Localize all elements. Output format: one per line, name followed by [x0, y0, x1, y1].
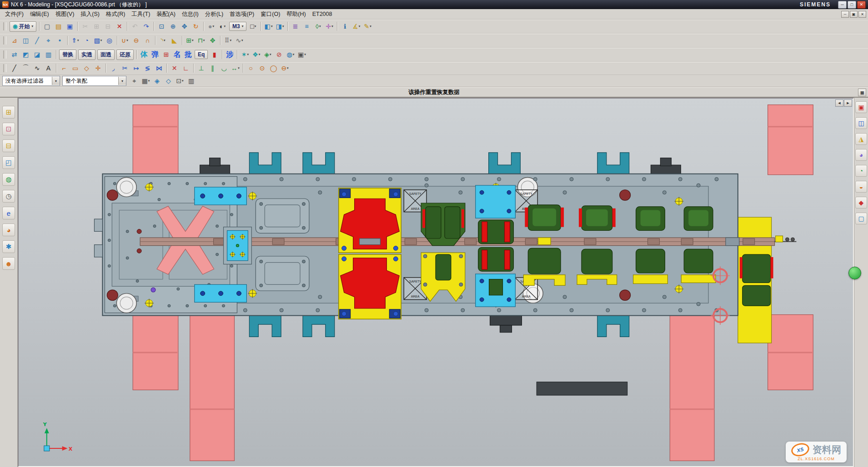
solid-translucent-button[interactable]: 实透 — [78, 50, 95, 60]
start-menu-button[interactable]: ◉开始▾ — [10, 21, 36, 32]
menu-item-1[interactable]: 编辑(E) — [27, 10, 52, 18]
spring-tool-button[interactable]: 弹 — [150, 50, 160, 60]
system-materials-icon[interactable]: ◕ — [2, 224, 15, 236]
corner-icon[interactable]: ∟ — [181, 63, 191, 74]
profile-icon[interactable]: ⌐ — [59, 63, 69, 74]
subtract-icon[interactable]: ⊖ — [131, 35, 141, 46]
new-file-icon[interactable]: ▢ — [42, 21, 52, 32]
toolbar-grip[interactable] — [3, 64, 6, 72]
display-window-icon[interactable]: ▢ — [855, 213, 867, 224]
eq-tool-button[interactable]: Eq — [195, 50, 208, 59]
solid-display-icon[interactable]: ◩ — [20, 50, 31, 60]
batch-tool-button[interactable]: 批 — [183, 50, 193, 60]
selection-filter-dropdown[interactable]: 没有选择过滤器 ▾ — [2, 76, 60, 86]
pan-icon[interactable]: ✥ — [179, 21, 190, 32]
view-cube-icon[interactable]: ▣ — [855, 101, 867, 113]
dimension-icon[interactable]: ↔▾ — [230, 63, 241, 74]
rotate-view-icon[interactable]: ↻ — [191, 21, 201, 32]
save-icon[interactable]: ▣ — [65, 21, 75, 32]
circle-icon[interactable]: ○ — [246, 63, 256, 74]
parallel-constraint-icon[interactable]: ∥ — [207, 63, 218, 74]
menu-item-6[interactable]: 装配(A) — [153, 10, 179, 18]
add-component-icon[interactable]: ⊞▾ — [185, 35, 195, 46]
replace-button[interactable]: 替换 — [59, 50, 76, 60]
undo-icon[interactable]: ↶ — [130, 21, 140, 32]
reuse-library-icon[interactable]: ◰ — [2, 156, 15, 169]
point-icon[interactable]: • — [55, 35, 65, 46]
measure-icon[interactable]: ∡▾ — [351, 21, 361, 32]
graphics-window[interactable]: SAFETYAREASAFETYAREASAFETYAREASAFETYAREA… — [18, 98, 854, 467]
datum-axis-icon[interactable]: ╱ — [32, 35, 42, 46]
chamfer-icon[interactable]: ◣ — [169, 35, 180, 46]
child-minimize-button[interactable]: ─ — [841, 11, 849, 18]
interference-check-button[interactable]: 涉 — [225, 50, 235, 60]
menu-item-5[interactable]: 工具(T) — [128, 10, 153, 18]
highlight-filter-icon[interactable]: ⊡▾ — [175, 76, 185, 86]
analysis-mesh-icon[interactable]: ◍▾ — [285, 50, 296, 60]
perpendicular-constraint-icon[interactable]: ⊥ — [196, 63, 206, 74]
minimize-button[interactable]: ─ — [838, 1, 847, 9]
child-close-button[interactable]: ✕ — [858, 11, 866, 18]
wcs-orient-icon[interactable]: ✛▾ — [324, 21, 335, 32]
tool-palette-icon[interactable]: ◒ — [855, 181, 867, 193]
view-preset-button[interactable]: M3▾ — [229, 22, 246, 31]
block-icon[interactable]: ▧▾ — [93, 35, 103, 46]
cut-icon[interactable]: ✂ — [80, 21, 90, 32]
shaded-view-icon[interactable]: ●▾ — [206, 21, 216, 32]
hd3d-tools-icon[interactable]: ◍ — [2, 173, 15, 186]
layer-settings-icon[interactable]: ≣ — [290, 21, 301, 32]
sketch-icon[interactable]: ⊿ — [9, 35, 20, 46]
paste-icon[interactable]: ⊟ — [103, 21, 113, 32]
text-curve-icon[interactable]: A — [43, 63, 54, 74]
move-component-icon[interactable]: ✥ — [207, 35, 218, 46]
quick-trim-icon[interactable]: ✕ — [169, 63, 180, 74]
edit-object-display-icon[interactable]: ◨▾ — [275, 21, 285, 32]
orient-view-icon[interactable]: ◮ — [855, 133, 867, 145]
quick-pick-icon[interactable]: ▥ — [186, 76, 196, 86]
extrude-icon[interactable]: ⇑▾ — [70, 35, 80, 46]
window-layout-icon[interactable]: ◫ — [855, 117, 867, 129]
history-icon[interactable]: ◷ — [2, 190, 15, 203]
toolbar-grip[interactable] — [3, 36, 6, 45]
menu-item-11[interactable]: 帮助(H) — [283, 10, 309, 18]
spline-icon[interactable]: ∿ — [32, 63, 42, 74]
assembly-navigator-icon[interactable]: ⊞ — [2, 106, 15, 119]
ellipse-icon[interactable]: ◯ — [268, 63, 279, 74]
visualization-icon[interactable]: ◔ — [855, 165, 867, 177]
wave-geometry-icon[interactable]: ∿▾ — [234, 35, 245, 46]
name-tool-button[interactable]: 名 — [172, 50, 182, 60]
toolbar-grip[interactable] — [3, 50, 6, 59]
scroll-right-button[interactable]: ▶ — [844, 99, 852, 107]
polygon-icon[interactable]: ◇ — [81, 63, 92, 74]
datum-csys-icon[interactable]: ⌖ — [43, 35, 54, 46]
floating-green-badge[interactable] — [848, 267, 861, 279]
menu-item-12[interactable]: ET2008 — [309, 10, 336, 18]
intersect-icon[interactable]: ∩ — [142, 35, 153, 46]
pattern-component-icon[interactable]: ⠿▾ — [223, 35, 233, 46]
sequence-icon[interactable]: ❖▾ — [251, 50, 261, 60]
edge-blend-icon[interactable]: ◝▾ — [158, 35, 168, 46]
part-navigator-icon[interactable]: ⊟ — [2, 139, 15, 152]
grid-tool-icon[interactable]: ⊞ — [161, 50, 171, 60]
maximize-button[interactable]: □ — [848, 1, 856, 9]
restore-button[interactable]: 还原 — [116, 50, 134, 60]
constraint-navigator-icon[interactable]: ⊡ — [2, 123, 15, 135]
face-display-icon[interactable]: ◪ — [32, 50, 42, 60]
info-icon[interactable]: ℹ — [340, 21, 350, 32]
datum-plane-icon[interactable]: ◫ — [20, 35, 31, 46]
menu-item-8[interactable]: 分析(L) — [202, 10, 226, 18]
process-studio-icon[interactable]: ✱ — [2, 240, 15, 253]
trim-curve-icon[interactable]: ✂ — [120, 63, 130, 74]
assembly-constraints-icon[interactable]: ⊓▾ — [196, 35, 206, 46]
selection-scope-dropdown[interactable]: 整个装配 ▾ — [62, 76, 126, 86]
menu-item-4[interactable]: 格式(R) — [103, 10, 128, 18]
extend-curve-icon[interactable]: ↦ — [131, 63, 141, 74]
toolbar-grip[interactable] — [3, 22, 6, 30]
section-clip-icon[interactable]: ⊘ — [274, 50, 284, 60]
render-style-icon[interactable]: ◕ — [855, 149, 867, 161]
copy-icon[interactable]: ⊞ — [91, 21, 102, 32]
snap-point-icon[interactable]: ⌖ — [129, 76, 140, 86]
prompt-grid-icon[interactable]: ▦ — [858, 89, 866, 96]
line-icon[interactable]: ╱ — [9, 63, 20, 74]
fit-view-icon[interactable]: ⊡ — [156, 21, 167, 32]
